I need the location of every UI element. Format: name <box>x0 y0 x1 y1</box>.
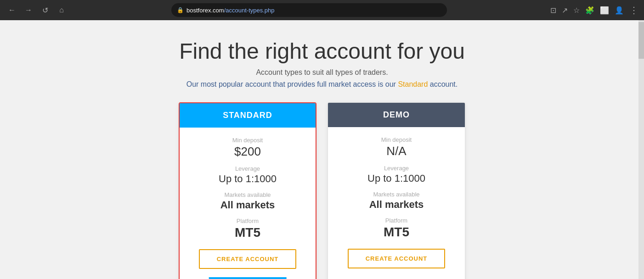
standard-account-name: STANDARD <box>223 111 272 120</box>
address-bar[interactable]: 🔒 bostforex.com/account-types.php <box>171 3 447 17</box>
bookmark-icon[interactable]: ☆ <box>573 6 580 15</box>
share-icon[interactable]: ↗ <box>562 6 568 15</box>
page-description: Our most popular account that provides f… <box>9 80 635 89</box>
standard-card-body: Min deposit $200 Leverage Up to 1:1000 M… <box>180 128 316 279</box>
scrollbar-thumb[interactable] <box>638 22 644 59</box>
standard-min-deposit-label: Min deposit <box>187 137 308 144</box>
demo-platform-value: MT5 <box>335 225 458 240</box>
standard-account-card: STANDARD Min deposit $200 Leverage Up to… <box>179 102 316 279</box>
standard-platform-value: MT5 <box>187 225 308 240</box>
profile-icon[interactable]: 👤 <box>615 6 624 15</box>
refresh-icon: ↺ <box>42 6 48 15</box>
demo-min-deposit-value: N/A <box>335 144 458 158</box>
demo-platform-label: Platform <box>335 217 458 224</box>
lock-icon: 🔒 <box>177 7 184 13</box>
screenshot-icon[interactable]: ⊡ <box>550 6 556 15</box>
hero-section: Find the right account for you Account t… <box>9 39 635 89</box>
most-popular-badge: MOST POPULAR <box>209 277 287 279</box>
description-start: Our most popular account that provides f… <box>186 80 398 88</box>
demo-account-name: DEMO <box>383 110 410 119</box>
page-content: Find the right account for you Account t… <box>0 20 644 279</box>
demo-markets-label: Markets available <box>335 191 458 198</box>
demo-leverage-label: Leverage <box>335 165 458 172</box>
page-title: Find the right account for you <box>9 39 635 64</box>
window-icon[interactable]: ⬜ <box>600 6 609 15</box>
demo-card-body: Min deposit N/A Leverage Up to 1:1000 Ma… <box>328 127 465 279</box>
menu-icon[interactable]: ⋮ <box>629 5 638 16</box>
demo-card-header: DEMO <box>328 103 465 127</box>
refresh-button[interactable]: ↺ <box>39 4 51 17</box>
description-highlight: Standard <box>398 80 428 88</box>
scrollbar-track[interactable] <box>638 20 644 279</box>
url-display: bostforex.com/account-types.php <box>186 7 275 14</box>
description-end: account. <box>428 80 458 88</box>
standard-leverage-value: Up to 1:1000 <box>187 173 308 185</box>
demo-create-account-button[interactable]: CREATE ACCOUNT <box>348 249 446 268</box>
back-icon: ← <box>8 6 16 14</box>
browser-chrome: ← → ↺ ⌂ 🔒 bostforex.com/account-types.ph… <box>0 0 644 20</box>
standard-min-deposit-value: $200 <box>187 145 308 159</box>
extension-icon[interactable]: 🧩 <box>585 6 594 15</box>
standard-card-header: STANDARD <box>180 103 316 128</box>
forward-icon: → <box>25 6 32 14</box>
back-button[interactable]: ← <box>6 4 18 17</box>
page-subtitle: Account types to suit all types of trade… <box>9 68 635 77</box>
standard-platform-label: Platform <box>187 218 308 224</box>
url-path: /account-types.php <box>224 7 275 14</box>
demo-account-card: DEMO Min deposit N/A Leverage Up to 1:10… <box>328 102 465 279</box>
demo-leverage-value: Up to 1:1000 <box>335 173 458 184</box>
browser-actions: ⊡ ↗ ☆ 🧩 ⬜ 👤 ⋮ <box>550 5 638 16</box>
cards-container: STANDARD Min deposit $200 Leverage Up to… <box>9 102 635 279</box>
demo-min-deposit-label: Min deposit <box>335 136 458 143</box>
standard-markets-value: All markets <box>187 199 308 211</box>
forward-button[interactable]: → <box>22 4 35 17</box>
standard-create-account-button[interactable]: CREATE ACCOUNT <box>199 249 296 269</box>
demo-markets-value: All markets <box>335 199 458 211</box>
standard-leverage-label: Leverage <box>187 165 308 172</box>
home-button[interactable]: ⌂ <box>55 4 68 17</box>
home-icon: ⌂ <box>59 6 64 14</box>
standard-markets-label: Markets available <box>187 191 308 198</box>
url-domain: bostforex.com <box>186 7 224 14</box>
